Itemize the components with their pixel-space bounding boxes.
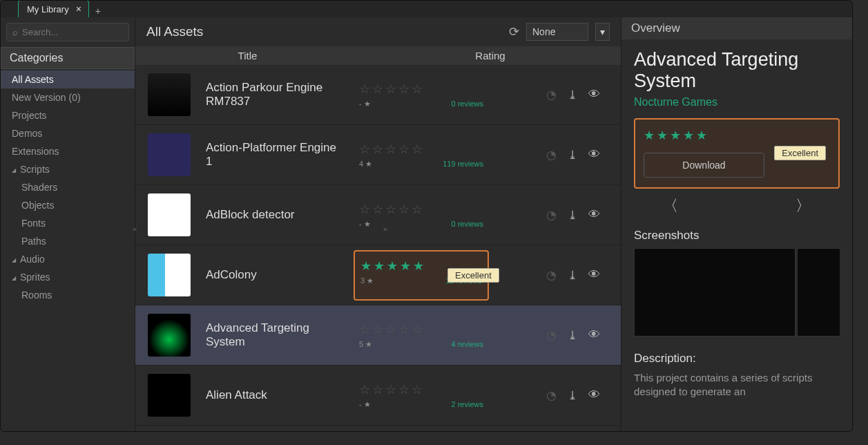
star-icon[interactable]: ★ <box>683 128 694 143</box>
star-icon[interactable]: ☆ <box>412 142 423 157</box>
download-icon[interactable]: ⤓ <box>568 208 577 223</box>
sidebar-item[interactable]: Scripts <box>1 160 135 178</box>
star-icon[interactable]: ☆ <box>398 82 409 97</box>
sidebar-item[interactable]: New Version (0) <box>1 88 135 106</box>
download-button[interactable]: Download <box>644 153 764 178</box>
new-tab-button[interactable]: + <box>92 5 104 17</box>
screenshot[interactable] <box>634 248 795 337</box>
asset-row[interactable]: AdBlock detector☆☆☆☆☆- ★0 reviews◔⤓👁 <box>135 185 621 245</box>
star-row[interactable]: ☆☆☆☆☆ <box>359 142 483 157</box>
star-icon[interactable]: ☆ <box>385 142 396 157</box>
fire-icon[interactable]: ◔ <box>546 148 557 162</box>
star-icon[interactable]: ★ <box>413 258 424 274</box>
sidebar-item[interactable]: Demos <box>1 124 135 142</box>
star-icon[interactable]: ☆ <box>412 202 423 217</box>
download-icon[interactable]: ⤓ <box>568 268 577 283</box>
star-icon[interactable]: ☆ <box>372 82 383 97</box>
star-icon[interactable]: ★ <box>360 258 372 274</box>
star-icon[interactable]: ★ <box>644 128 655 143</box>
star-icon[interactable]: ☆ <box>412 322 423 337</box>
asset-rating[interactable]: ☆☆☆☆☆5 ★4 reviews <box>359 322 483 349</box>
star-icon[interactable]: ☆ <box>398 142 409 157</box>
star-icon[interactable]: ☆ <box>359 382 370 397</box>
star-icon[interactable]: ★ <box>400 258 411 274</box>
asset-rating[interactable]: ☆☆☆☆☆- ★0 reviews <box>359 202 483 229</box>
overview-publisher[interactable]: Nocturne Games <box>634 96 840 108</box>
star-row[interactable]: ☆☆☆☆☆ <box>359 202 483 217</box>
sort-select[interactable]: None <box>526 23 588 41</box>
eye-icon[interactable]: 👁 <box>588 148 600 162</box>
star-icon[interactable]: ☆ <box>372 142 383 157</box>
star-icon[interactable]: ☆ <box>412 382 423 397</box>
next-icon[interactable]: 〉 <box>795 196 811 216</box>
star-icon[interactable]: ☆ <box>385 322 396 337</box>
asset-rating[interactable]: ★★★★★3 ★12 reviewsExcellent <box>359 257 483 294</box>
star-icon[interactable]: ★ <box>387 258 398 274</box>
download-icon[interactable]: ⤓ <box>568 148 577 162</box>
sidebar-item[interactable]: Fonts <box>1 214 135 232</box>
fire-icon[interactable]: ◔ <box>546 328 557 343</box>
star-icon[interactable]: ☆ <box>398 382 409 397</box>
star-icon[interactable]: ☆ <box>385 202 396 217</box>
collapse-right-icon[interactable]: » <box>383 225 387 233</box>
sidebar-item[interactable]: Shaders <box>1 178 135 196</box>
eye-icon[interactable]: 👁 <box>588 388 600 403</box>
sidebar-item[interactable]: Audio <box>1 250 135 268</box>
star-icon[interactable]: ☆ <box>359 202 370 217</box>
sidebar-item[interactable]: Objects <box>1 196 135 214</box>
star-icon[interactable]: ☆ <box>385 82 396 97</box>
download-icon[interactable]: ⤓ <box>568 328 577 343</box>
search-field[interactable] <box>22 27 138 37</box>
star-icon[interactable]: ☆ <box>372 382 383 397</box>
star-icon[interactable]: ☆ <box>412 82 423 97</box>
star-icon[interactable]: ☆ <box>359 82 370 97</box>
eye-icon[interactable]: 👁 <box>588 208 600 223</box>
download-icon[interactable]: ⤓ <box>568 388 577 403</box>
download-icon[interactable]: ⤓ <box>568 88 577 102</box>
star-icon[interactable]: ☆ <box>372 322 383 337</box>
star-icon[interactable]: ☆ <box>359 322 370 337</box>
search-input[interactable]: ⌕ <box>6 23 129 41</box>
star-icon[interactable]: ☆ <box>372 202 383 217</box>
eye-icon[interactable]: 👁 <box>588 88 600 102</box>
sidebar-item[interactable]: Projects <box>1 106 135 124</box>
star-row[interactable]: ☆☆☆☆☆ <box>359 322 483 337</box>
star-icon[interactable]: ☆ <box>398 322 409 337</box>
screenshot-strip[interactable] <box>634 248 840 337</box>
star-icon[interactable]: ★ <box>374 258 385 274</box>
eye-icon[interactable]: 👁 <box>588 268 600 283</box>
refresh-icon[interactable]: ⟳ <box>509 24 519 39</box>
sort-dropdown-icon[interactable]: ▾ <box>595 23 610 41</box>
asset-rating[interactable]: ☆☆☆☆☆- ★0 reviews <box>359 82 483 108</box>
overview-stars[interactable]: ★ ★ ★ ★ ★ <box>644 128 830 143</box>
sidebar-item[interactable]: Paths <box>1 232 135 250</box>
star-row[interactable]: ☆☆☆☆☆ <box>359 382 483 397</box>
star-icon[interactable]: ☆ <box>359 142 370 157</box>
tab-my-library[interactable]: My Library × <box>18 0 89 17</box>
fire-icon[interactable]: ◔ <box>546 88 557 102</box>
sidebar-item[interactable]: Rooms <box>1 286 135 304</box>
asset-rating[interactable]: ☆☆☆☆☆- ★2 reviews <box>359 382 483 409</box>
asset-row[interactable]: AdColony★★★★★3 ★12 reviewsExcellent◔⤓👁 <box>135 245 621 305</box>
fire-icon[interactable]: ◔ <box>546 388 557 403</box>
sidebar-item[interactable]: All Assets <box>1 70 135 88</box>
star-icon[interactable]: ☆ <box>398 202 409 217</box>
asset-row[interactable]: Advanced Targeting System☆☆☆☆☆5 ★4 revie… <box>135 305 621 366</box>
eye-icon[interactable]: 👁 <box>588 328 600 343</box>
collapse-left-icon[interactable]: « <box>133 225 137 233</box>
star-icon[interactable]: ★ <box>696 128 707 143</box>
asset-rating[interactable]: ☆☆☆☆☆4 ★119 reviews <box>359 142 483 169</box>
fire-icon[interactable]: ◔ <box>546 268 557 283</box>
asset-row[interactable]: Alien Attack☆☆☆☆☆- ★2 reviews◔⤓👁 <box>135 366 621 426</box>
screenshot[interactable] <box>797 248 840 337</box>
star-row[interactable]: ☆☆☆☆☆ <box>359 82 483 97</box>
fire-icon[interactable]: ◔ <box>546 208 557 223</box>
star-icon[interactable]: ☆ <box>385 382 396 397</box>
asset-row[interactable]: Action Parkour Engine RM7837☆☆☆☆☆- ★0 re… <box>135 65 621 125</box>
asset-row[interactable]: Action-Platformer Engine 1☆☆☆☆☆4 ★119 re… <box>135 125 621 185</box>
sidebar-item[interactable]: Sprites <box>1 268 135 286</box>
star-icon[interactable]: ★ <box>670 128 681 143</box>
prev-icon[interactable]: 〈 <box>663 196 678 216</box>
sidebar-item[interactable]: Extensions <box>1 142 135 160</box>
close-icon[interactable]: × <box>76 3 81 15</box>
